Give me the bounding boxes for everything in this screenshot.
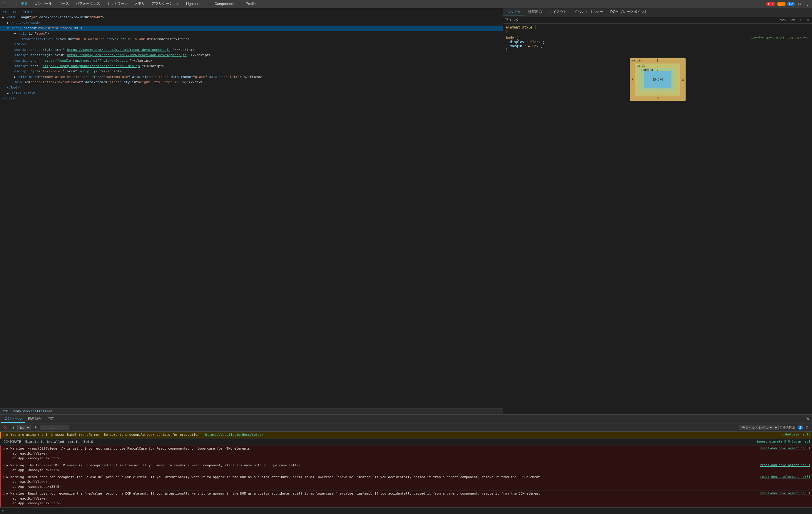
box-model: margin 8 8 8 8 border - padd [630,58,686,101]
dom-line-reactdiff[interactable]: <reactdiffviewer oldvalue="hello world!!… [0,36,503,42]
babel-link[interactable]: https://babeljs.io/docs/setup/ [205,433,264,437]
triangle-icon[interactable]: ▶ [14,76,16,79]
toolbar-right: ⊘ 4 △ 1 ℹ 2 ⚙ ⋮ [766,1,811,7]
tab-layout[interactable]: レイアウト [546,8,570,16]
tab-dom-breakpoints[interactable]: DOM ブレークポイント [607,8,651,16]
msg-jqmigrate-source[interactable]: jquery-migrate-3.0.0.min.js:2 [756,439,810,443]
dom-line-script3[interactable]: <script src=" https://bundle.run/react-d… [0,58,503,63]
msg-babel-warning: ⚠ ▶ You are using the in-browser Babel t… [0,432,812,439]
inspect-element-btn[interactable]: ⬚ [8,1,15,7]
msg-error-casing: ⊘ ▶ Warning: <reactDiffViewer /> is usin… [0,446,812,462]
bottom-panel: コンソール 最新情報 問題 ✕ 🚫 ⊘ top 👁 デフォルト レベル ▼ 2 … [0,414,812,514]
msg-jqmigrate-text: JQMIGRATE: Migrate is installed, version… [3,439,755,445]
tab-application[interactable]: アプリケーション [148,0,182,8]
tab-computed[interactable]: 計算済み [524,8,546,16]
back-btn[interactable]: ◁ [804,17,810,22]
console-input-row: > [0,507,812,514]
console-filter-btn[interactable]: ⊘ [10,425,16,430]
msg-error-oldvalue-text: ▶ Warning: React does not recognize the … [6,475,758,490]
console-close-btn[interactable]: ✕ [805,416,811,422]
filter-label: フィルタ [505,17,519,22]
dom-line-div-misc[interactable]: ▶ <div>…</div> [0,91,503,96]
dom-line-body[interactable]: ▼ <body class="vsc-initialized"> == $0 [0,26,503,31]
dom-line-script5[interactable]: <script type="text/babel" src=" script.j… [0,69,503,74]
dom-line-indicator[interactable]: <div id="redeviation-bs-indicator" data-… [0,80,503,85]
err-icon-1: ⊘ [3,447,5,451]
border-label: border [637,64,647,67]
tab-event-listeners[interactable]: イベント リスナー [570,8,607,16]
msg-babel-source[interactable]: babel.min.js:13 [782,432,810,436]
dom-line-head[interactable]: ▶ <head>…</head> [0,20,503,26]
console-tab-info[interactable]: 最新情報 [25,415,45,423]
console-prompt: > [2,509,4,513]
issues-badge-area: 2 件の問題: 2 [780,425,803,430]
dom-line-body-close[interactable]: </body> [0,85,503,90]
tab-memory[interactable]: メモリ [132,0,148,8]
margin-box: margin 8 8 8 8 border - padd [630,58,686,101]
msg-error-newvalue-source[interactable]: react-dom.development.js:61 [760,491,810,495]
context-select[interactable]: top [17,425,31,430]
triangle-icon[interactable]: ▶ [7,92,9,95]
toolbar-separator-1 [16,2,17,6]
add-style-btn[interactable]: + [798,17,804,22]
msg-error-oldvalue-source[interactable]: react-dom.development.js:61 [760,475,810,479]
msg-jqmigrate: JQMIGRATE: Migrate is installed, version… [0,439,812,446]
msg-error-unrecognized-text: ▶ Warning: The tag <reactDiffViewer> is … [6,463,758,473]
breadcrumb-html[interactable]: html [2,409,10,413]
dom-line-script1[interactable]: <script crossorigin src=" https://unpkg.… [0,47,503,53]
tab-elements[interactable]: 要素 [18,0,31,8]
styles-tabs: スタイル 計算済み レイアウト イベント リスナー DOM ブレークポイント [503,8,812,17]
msg-error-casing-source[interactable]: react-dom.development.js:61 [760,446,810,450]
margin-label: margin [632,59,642,62]
dom-line-html-close[interactable]: </html> [0,96,503,101]
styles-filter-bar: フィルタ :hov .cls + ◁ [503,17,812,24]
console-filter-input[interactable] [40,425,69,430]
console-settings-btn[interactable]: ⚙ [804,425,810,430]
triangle-icon[interactable]: ▶ [2,16,4,19]
triangle-icon[interactable]: ▶ [7,22,9,25]
level-select[interactable]: デフォルト レベル ▼ [739,425,779,430]
styles-filter-input[interactable] [520,18,777,22]
console-toolbar: 🚫 ⊘ top 👁 デフォルト レベル ▼ 2 件の問題: 2 ⚙ [0,423,812,432]
css-block-element-style: element.style { } [506,25,810,33]
settings-btn[interactable]: ⚙ [796,1,803,7]
console-tab-console[interactable]: コンソール [1,415,25,423]
margin-top-val: 8 [657,59,659,62]
more-btn[interactable]: ⋮ [804,1,811,7]
info-badge: ℹ 2 [787,2,795,6]
tab-styles[interactable]: スタイル [503,8,524,16]
tab-network[interactable]: ネットワーク [104,0,131,8]
tab-components[interactable]: Components [212,0,237,8]
console-tab-issues[interactable]: 問題 [45,415,58,423]
dom-line-root[interactable]: ▼ <div id="root"> [0,31,503,36]
padding-box: padding - - - - 1543×0 [639,68,676,91]
cls-btn[interactable]: .cls [789,17,797,22]
devtools-menu-btn[interactable]: ☰ [1,1,7,7]
triangle-icon[interactable]: ▼ [7,27,9,30]
dom-line-script2[interactable]: <script crossorigin src=" https://unpkg.… [0,53,503,58]
box-model-container: margin 8 8 8 8 border - padd [506,55,810,105]
dom-line-script4[interactable]: <script src=" https://unpkg.com/@babel/s… [0,63,503,69]
dom-line-div-close[interactable]: </div> [0,42,503,47]
issues-badge-text: 2 件の問題: [780,425,796,430]
dom-line-html[interactable]: ▶ <html lang="ja" data-redeviation-bs-ui… [0,15,503,20]
tab-performance[interactable]: パフォーマンス [72,0,103,8]
dom-line-iframe[interactable]: ▶ <iframe id="redeviation-bs-sidebar" cl… [0,75,503,80]
console-clear-btn[interactable]: 🚫 [2,425,9,430]
tab-console[interactable]: コンソール [31,0,55,8]
msg-error-unrecognized-source[interactable]: react-dom.development.js:61 [760,463,810,467]
hov-btn[interactable]: :hov [778,17,788,22]
tab-profiler[interactable]: Profiler [243,0,260,8]
console-input[interactable] [5,509,810,513]
err-icon-3: ⊘ [3,475,5,479]
border-box: border - padding - - - - [635,63,680,95]
tab-sources[interactable]: ソース [56,0,72,8]
devtools-toolbar: ☰ ⬚ 要素 コンソール ソース パフォーマンス ネットワーク メモリ アプリケ… [0,0,812,8]
tab-lighthouse[interactable]: Lighthouse [183,0,206,8]
breadcrumb-body[interactable]: body.vsc-initialized [13,409,52,413]
elements-content[interactable]: <!DOCTYPE html> ▶ <html lang="ja" data-r… [0,8,503,408]
styles-content: element.style { } body { ユーザー エージェント スタイ… [503,24,812,414]
dom-line-doctype[interactable]: <!DOCTYPE html> [0,9,503,15]
eye-btn[interactable]: 👁 [32,425,38,430]
triangle-icon[interactable]: ▼ [14,32,16,35]
